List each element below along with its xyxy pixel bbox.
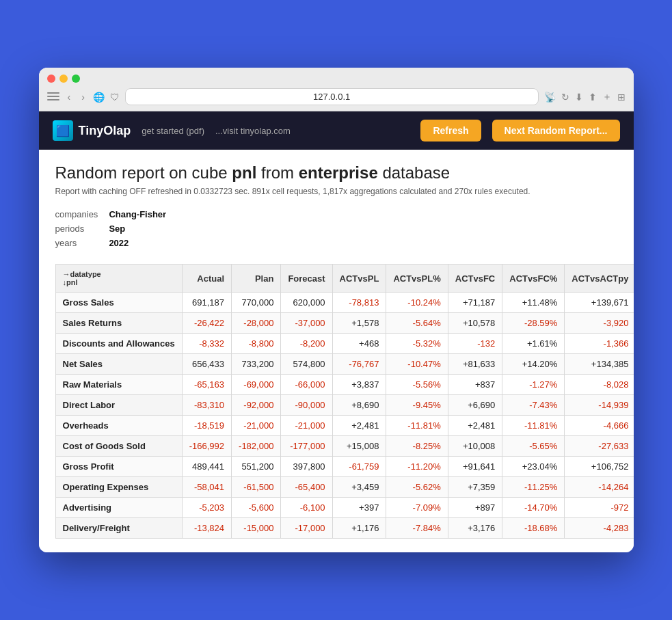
cell: -14.70% (502, 498, 565, 518)
logo: 🟦 TinyOlap (53, 120, 131, 141)
cell: 733,200 (232, 354, 281, 375)
cell: -65,163 (182, 375, 231, 395)
filter-row: companiesChang-Fisher (55, 207, 167, 221)
cell: -182,000 (232, 436, 281, 457)
report-title-middle: from (256, 163, 298, 182)
cell: -78,813 (332, 293, 386, 313)
get-started-link[interactable]: get started (pdf) (142, 126, 204, 136)
cell: +11.48% (502, 293, 565, 313)
new-tab-icon[interactable]: ＋ (602, 91, 612, 103)
cell: -3,920 (565, 313, 634, 334)
cell: +7,359 (448, 477, 502, 498)
column-header: ACTvsFC% (502, 265, 565, 293)
cell: -11.20% (386, 457, 448, 477)
cell: -5.62% (386, 477, 448, 498)
download-icon[interactable]: ⬇ (575, 92, 583, 103)
logo-cube-icon: 🟦 (53, 120, 73, 141)
address-bar[interactable]: 127.0.0.1 (125, 88, 539, 105)
report-subtitle: Report with caching OFF refreshed in 0.0… (55, 187, 617, 196)
cell: -177,000 (281, 436, 332, 457)
row-label: Sales Returns (55, 313, 182, 334)
cell: 551,200 (232, 457, 281, 477)
cell: -21,000 (281, 416, 332, 436)
row-label: Overheads (55, 416, 182, 436)
visit-site-link[interactable]: ...visit tinyolap.com (215, 126, 291, 136)
row-label: Gross Sales (55, 293, 182, 313)
cell: -11.81% (502, 416, 565, 436)
cell: 620,000 (281, 293, 332, 313)
row-label: Delivery/Freight (55, 518, 182, 539)
logo-text: TinyOlap (79, 124, 131, 138)
cell: -13,824 (182, 518, 231, 539)
cell: -69,000 (232, 375, 281, 395)
table-row: Gross Profit489,441551,200397,800-61,759… (55, 457, 634, 477)
cell: -61,759 (332, 457, 386, 477)
cell: -28,000 (232, 313, 281, 334)
cell: +91,641 (448, 457, 502, 477)
row-label: Discounts and Allowances (55, 334, 182, 354)
row-label: Gross Profit (55, 457, 182, 477)
back-button[interactable]: ‹ (65, 90, 74, 104)
cell: +837 (448, 375, 502, 395)
data-table: →datatype↓pnl ActualPlanForecastACTvsPLA… (55, 264, 634, 539)
cell: +14.20% (502, 354, 565, 375)
cell: -8,200 (281, 334, 332, 354)
cell: +1.61% (502, 334, 565, 354)
close-button[interactable] (47, 75, 55, 83)
cell: -9.45% (386, 395, 448, 416)
table-row: Sales Returns-26,422-28,000-37,000+1,578… (55, 313, 634, 334)
cell: -14,264 (565, 477, 634, 498)
minimize-button[interactable] (59, 75, 68, 83)
cell: 489,441 (182, 457, 231, 477)
column-header: Forecast (281, 265, 332, 293)
row-label: Net Sales (55, 354, 182, 375)
cell: -11.81% (386, 416, 448, 436)
table-row: Cost of Goods Sold-166,992-182,000-177,0… (55, 436, 634, 457)
cell: -28.59% (502, 313, 565, 334)
cell: -5.32% (386, 334, 448, 354)
cell: -5,203 (182, 498, 231, 518)
grid-icon[interactable]: ⊞ (617, 92, 626, 103)
dim-header: →datatype↓pnl (55, 265, 182, 293)
cell: +3,176 (448, 518, 502, 539)
shield-icon: 🛡 (110, 92, 120, 103)
cell: +6,690 (448, 395, 502, 416)
cell: -972 (565, 498, 634, 518)
cell: -5.64% (386, 313, 448, 334)
reload-icon[interactable]: ↻ (561, 92, 569, 103)
table-row: Raw Materials-65,163-69,000-66,000+3,837… (55, 375, 634, 395)
filter-row: years2022 (55, 236, 167, 250)
sidebar-toggle-icon[interactable] (47, 92, 59, 102)
cell: -18.68% (502, 518, 565, 539)
table-row: Advertising-5,203-5,600-6,100+397-7.09%+… (55, 498, 634, 518)
next-report-button[interactable]: Next Random Report... (492, 120, 620, 141)
cell: +23.04% (502, 457, 565, 477)
fullscreen-button[interactable] (72, 75, 80, 83)
table-row: Direct Labor-83,310-92,000-90,000+8,690-… (55, 395, 634, 416)
cell: +2,481 (448, 416, 502, 436)
browser-chrome: ‹ › 🌐 🛡 127.0.0.1 📡 ↻ ⬇ ⬆ ＋ ⊞ (39, 68, 634, 111)
cell: +10,008 (448, 436, 502, 457)
cell: -4,666 (565, 416, 634, 436)
refresh-button[interactable]: Refresh (420, 120, 481, 141)
browser-toolbar: ‹ › 🌐 🛡 127.0.0.1 📡 ↻ ⬇ ⬆ ＋ ⊞ (47, 88, 626, 105)
cell: -58,041 (182, 477, 231, 498)
report-title: Random report on cube pnl from enterpris… (55, 163, 617, 183)
browser-window: ‹ › 🌐 🛡 127.0.0.1 📡 ↻ ⬇ ⬆ ＋ ⊞ 🟦 TinyOlap… (39, 68, 634, 552)
cell: +106,752 (565, 457, 634, 477)
cell: +3,837 (332, 375, 386, 395)
cell: -10.24% (386, 293, 448, 313)
row-label: Cost of Goods Sold (55, 436, 182, 457)
cell: -17,000 (281, 518, 332, 539)
cell: -92,000 (232, 395, 281, 416)
forward-button[interactable]: › (79, 90, 88, 104)
table-row: Operating Expenses-58,041-61,500-65,400+… (55, 477, 634, 498)
share-icon[interactable]: ⬆ (589, 92, 597, 103)
cell: -14,939 (565, 395, 634, 416)
cell: +81,633 (448, 354, 502, 375)
table-row: Net Sales656,433733,200574,800-76,767-10… (55, 354, 634, 375)
cell: -7.09% (386, 498, 448, 518)
cell: +139,671 (565, 293, 634, 313)
cube-name: pnl (232, 163, 256, 182)
cell: -11.25% (502, 477, 565, 498)
